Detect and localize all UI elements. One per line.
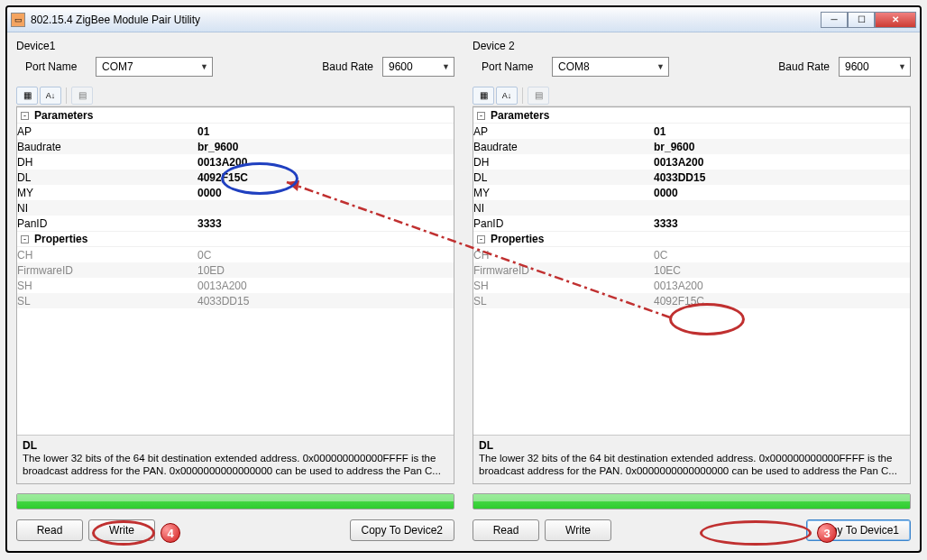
device2-write-button[interactable]: Write xyxy=(545,519,611,541)
collapse-icon: - xyxy=(21,235,29,243)
categorized-button[interactable]: ▦ xyxy=(16,87,38,105)
collapse-icon: - xyxy=(477,112,485,120)
collapse-icon: - xyxy=(21,112,29,120)
device1-toolbar: ▦ A↓ ▤ xyxy=(16,85,454,106)
chevron-down-icon: ▼ xyxy=(200,62,208,71)
device2-copy-button[interactable]: Copy To Device1 xyxy=(806,519,912,541)
prop-row[interactable]: SL4092F15C xyxy=(473,293,910,308)
device1-port-value: COM7 xyxy=(102,60,133,73)
device1-read-button[interactable]: Read xyxy=(16,519,83,541)
device2-baud-value: 9600 xyxy=(845,60,869,73)
alphabetical-button[interactable]: A↓ xyxy=(40,87,61,105)
chevron-down-icon: ▼ xyxy=(442,62,450,71)
param-row[interactable]: MY0000 xyxy=(473,185,910,200)
separator xyxy=(522,87,523,104)
prop-row[interactable]: SL4033DD15 xyxy=(17,293,454,308)
param-row[interactable]: DL4092F15C xyxy=(17,170,454,185)
param-row[interactable]: DL4033DD15 xyxy=(473,170,910,185)
prop-row[interactable]: CH0C xyxy=(473,247,910,262)
desc-body: The lower 32 bits of the 64 bit destinat… xyxy=(479,452,904,478)
param-row[interactable]: AP01 xyxy=(473,124,910,139)
parameters-section-header[interactable]: - Parameters xyxy=(473,107,910,124)
device1-button-row: Read Write Copy To Device2 xyxy=(16,519,454,542)
param-row[interactable]: NI xyxy=(17,200,454,216)
device2-read-button[interactable]: Read xyxy=(473,519,539,541)
device2-panel: Device 2 Port Name COM8 ▼ Baud Rate 9600… xyxy=(473,40,911,542)
param-row[interactable]: AP01 xyxy=(17,124,454,139)
alphabetical-button[interactable]: A↓ xyxy=(496,87,518,105)
param-row[interactable]: PanID3333 xyxy=(473,216,910,231)
device2-baud-combobox[interactable]: 9600 ▼ xyxy=(839,57,911,77)
desc-body: The lower 32 bits of the 64 bit destinat… xyxy=(23,452,448,478)
window-title: 802.15.4 ZigBee Module Pair Utility xyxy=(31,14,821,26)
device1-baud-value: 9600 xyxy=(389,60,413,73)
device1-write-button[interactable]: Write xyxy=(88,519,155,541)
device2-port-value: COM8 xyxy=(558,60,590,73)
device2-description-pane: DL The lower 32 bits of the 64 bit desti… xyxy=(473,435,910,483)
param-row[interactable]: PanID3333 xyxy=(17,216,454,231)
app-window: ▭ 802.15.4 ZigBee Module Pair Utility ─ … xyxy=(5,5,922,553)
properties-section-header[interactable]: - Properties xyxy=(17,231,454,247)
param-row[interactable]: DH0013A200 xyxy=(473,154,910,170)
prop-row[interactable]: FirmwareID10ED xyxy=(17,262,454,278)
device1-progressbar xyxy=(16,493,454,510)
device1-port-combobox[interactable]: COM7 ▼ xyxy=(96,57,213,77)
device2-group-label: Device 2 xyxy=(473,40,911,52)
chevron-down-icon: ▼ xyxy=(898,62,906,71)
device1-port-label: Port Name xyxy=(16,60,87,73)
device2-property-grid[interactable]: - Parameters AP01 Baudratebr_9600 DH0013… xyxy=(473,106,911,484)
prop-row[interactable]: FirmwareID10EC xyxy=(473,262,910,278)
param-row[interactable]: NI xyxy=(473,200,910,216)
window-controls: ─ ☐ ✕ xyxy=(821,12,916,28)
device1-description-pane: DL The lower 32 bits of the 64 bit desti… xyxy=(17,435,454,483)
device2-port-label: Port Name xyxy=(473,60,543,73)
device1-copy-button[interactable]: Copy To Device2 xyxy=(350,519,455,541)
minimize-button[interactable]: ─ xyxy=(821,12,848,28)
parameters-section-header[interactable]: - Parameters xyxy=(17,107,454,124)
desc-title: DL xyxy=(23,439,448,452)
param-row[interactable]: Baudratebr_9600 xyxy=(17,139,454,154)
param-row[interactable]: MY0000 xyxy=(17,185,454,200)
app-icon: ▭ xyxy=(11,13,25,27)
device1-baud-combobox[interactable]: 9600 ▼ xyxy=(382,57,454,77)
prop-row[interactable]: CH0C xyxy=(17,247,454,262)
desc-title: DL xyxy=(479,439,904,452)
param-row[interactable]: DH0013A200 xyxy=(17,154,454,170)
chevron-down-icon: ▼ xyxy=(656,62,665,71)
separator xyxy=(66,87,67,104)
properties-section-header[interactable]: - Properties xyxy=(473,231,910,247)
device1-property-grid[interactable]: - Parameters AP01 Baudratebr_9600 DH0013… xyxy=(16,106,454,484)
prop-row[interactable]: SH0013A200 xyxy=(17,278,454,293)
titlebar: ▭ 802.15.4 ZigBee Module Pair Utility ─ … xyxy=(7,7,920,32)
collapse-icon: - xyxy=(477,235,485,243)
device2-port-combobox[interactable]: COM8 ▼ xyxy=(552,57,669,77)
property-pages-button[interactable]: ▤ xyxy=(528,87,549,105)
device2-toolbar: ▦ A↓ ▤ xyxy=(473,85,911,106)
param-row[interactable]: Baudratebr_9600 xyxy=(473,139,910,154)
device2-button-row: Read Write Copy To Device1 xyxy=(473,519,911,542)
prop-row[interactable]: SH0013A200 xyxy=(473,278,910,293)
device2-progressbar xyxy=(473,493,911,510)
client-area: Device1 Port Name COM7 ▼ Baud Rate 9600 … xyxy=(7,32,920,551)
close-button[interactable]: ✕ xyxy=(875,12,916,28)
device1-group-label: Device1 xyxy=(16,40,454,52)
device1-panel: Device1 Port Name COM7 ▼ Baud Rate 9600 … xyxy=(16,40,454,542)
categorized-button[interactable]: ▦ xyxy=(473,87,494,105)
device2-baud-label: Baud Rate xyxy=(769,60,830,73)
device1-baud-label: Baud Rate xyxy=(313,60,373,73)
maximize-button[interactable]: ☐ xyxy=(848,12,875,28)
property-pages-button[interactable]: ▤ xyxy=(71,87,93,105)
